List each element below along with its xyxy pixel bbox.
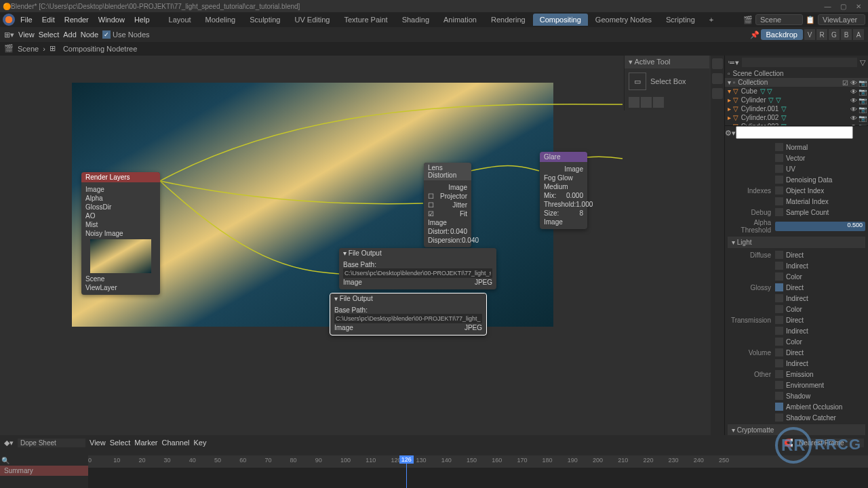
chk-glo-col[interactable]: [775, 305, 783, 313]
item-cyl2[interactable]: ▸ ▽Cylinder.002 ▽👁📷: [725, 113, 868, 122]
channel-a[interactable]: A: [853, 29, 864, 40]
section-light[interactable]: ▾ Light: [728, 237, 865, 248]
chk-sample[interactable]: [775, 208, 783, 216]
channel-g[interactable]: G: [829, 29, 840, 40]
dope-mode[interactable]: [18, 439, 85, 447]
dope-channel[interactable]: Channel: [161, 439, 189, 447]
menu-window[interactable]: Window: [94, 14, 129, 25]
filter-icon[interactable]: ▽: [860, 58, 865, 67]
item-cyl[interactable]: ▸ ▽Cylinder ▽ ▽👁📷: [725, 96, 868, 104]
select-box-icon[interactable]: ▭: [629, 73, 646, 90]
breadcrumb-nodetree[interactable]: Compositing Nodetree: [63, 45, 137, 53]
chk-denoise[interactable]: [775, 176, 783, 184]
tab-scripting[interactable]: Scripting: [659, 14, 702, 26]
chk-objidx[interactable]: [775, 186, 783, 195]
menu-edit[interactable]: Edit: [38, 14, 59, 25]
chk-dif-dir[interactable]: [775, 251, 783, 259]
chk-matidx[interactable]: [775, 197, 783, 205]
alpha-threshold-slider[interactable]: 0.500: [775, 222, 865, 231]
channel-b[interactable]: B: [841, 29, 852, 40]
chk-vector[interactable]: [775, 154, 783, 162]
tab-modeling[interactable]: Modeling: [199, 14, 243, 26]
tab-geonodes[interactable]: Geometry Nodes: [589, 14, 658, 26]
dope-type-icon[interactable]: ◆▾: [4, 439, 14, 447]
chk-dif-ind[interactable]: [775, 262, 783, 270]
tab-compositing[interactable]: Compositing: [533, 14, 588, 26]
chk-normal[interactable]: [775, 143, 783, 151]
chk-glo-ind[interactable]: [775, 294, 783, 302]
n-panel-tabs[interactable]: [711, 56, 724, 435]
item-cube[interactable]: ▾ ▽Cube ▽ ▽👁📷: [725, 87, 868, 96]
node-glare[interactable]: Glare Image Fog Glow Medium Mix:0.000 Th…: [540, 152, 587, 229]
chk-env[interactable]: [775, 381, 783, 389]
backdrop-toggle[interactable]: Backdrop: [761, 29, 803, 40]
tab-view-icon[interactable]: [712, 73, 723, 84]
frame-ruler[interactable]: 0102030405060708090100110120130140150160…: [88, 455, 868, 468]
close-button[interactable]: ✕: [852, 3, 865, 10]
outliner-type-icon[interactable]: ≔▾: [728, 58, 739, 67]
dope-select[interactable]: Select: [110, 439, 131, 447]
comp-menu-view[interactable]: View: [18, 30, 35, 39]
tab-animation[interactable]: Animation: [437, 14, 484, 26]
comp-menu-node[interactable]: Node: [81, 30, 98, 39]
channel-v[interactable]: V: [804, 29, 815, 40]
tab-add[interactable]: +: [703, 14, 720, 26]
tab-shading[interactable]: Shading: [395, 14, 436, 26]
menu-file[interactable]: File: [16, 14, 37, 25]
outliner-search[interactable]: [742, 58, 857, 67]
channel-search[interactable]: [0, 455, 88, 466]
pin-icon[interactable]: 📌: [750, 30, 760, 39]
minimize-button[interactable]: —: [821, 3, 834, 10]
chk-glo-dir[interactable]: [775, 283, 783, 291]
tab-uv[interactable]: UV Editing: [288, 14, 336, 26]
chk-shadowcatch[interactable]: [775, 413, 783, 422]
dope-key[interactable]: Key: [193, 439, 206, 447]
dope-marker[interactable]: Marker: [134, 439, 157, 447]
file-path-input[interactable]: [334, 314, 482, 323]
props-type-icon[interactable]: ⚙▾: [725, 129, 736, 137]
item-cyl1[interactable]: ▸ ▽Cylinder.001 ▽👁📷: [725, 104, 868, 113]
tab-options-icon[interactable]: [712, 88, 723, 99]
props-search[interactable]: [736, 126, 853, 139]
tab-layout[interactable]: Layout: [162, 14, 198, 26]
menu-render[interactable]: Render: [60, 14, 93, 25]
menu-help[interactable]: Help: [130, 14, 154, 25]
tab-sculpting[interactable]: Sculpting: [243, 14, 287, 26]
node-file-output-1[interactable]: ▾ File Output Base Path: ImageJPEG: [339, 248, 496, 289]
outliner[interactable]: ≔▾ ▽ ▫Scene Collection ▾ ▫Collection☑👁📷 …: [725, 56, 868, 126]
comp-menu-add[interactable]: Add: [63, 30, 77, 39]
summary-row[interactable]: Summary: [0, 466, 88, 476]
node-header[interactable]: Glare: [540, 152, 587, 162]
chk-dif-col[interactable]: [775, 272, 783, 281]
chk-vol-dir[interactable]: [775, 348, 783, 357]
use-nodes-checkbox[interactable]: ✓Use Nodes: [102, 30, 149, 39]
chk-ao[interactable]: [775, 403, 783, 411]
chk-emission[interactable]: [775, 370, 783, 378]
playhead[interactable]: 126: [406, 455, 407, 488]
tab-rendering[interactable]: Rendering: [484, 14, 532, 26]
chk-vol-ind[interactable]: [775, 359, 783, 367]
breadcrumb-scene[interactable]: Scene: [18, 45, 39, 53]
tab-tool-icon[interactable]: [712, 58, 723, 69]
snap-mode-icons[interactable]: [625, 94, 709, 110]
tab-texture[interactable]: Texture Paint: [337, 14, 394, 26]
properties-panel[interactable]: ⚙▾ Normal Vector UV Denoising Data Index…: [725, 126, 868, 435]
comp-menu-select[interactable]: Select: [39, 30, 60, 39]
scene-collection-row[interactable]: ▫Scene Collection: [725, 69, 868, 78]
node-header[interactable]: Render Layers: [81, 172, 160, 182]
timeline[interactable]: Summary 01020304050607080901001101201301…: [0, 455, 868, 488]
scene-selector[interactable]: Scene: [755, 14, 803, 25]
chk-uv[interactable]: [775, 165, 783, 173]
node-render-layers[interactable]: Render Layers Image Alpha GlossDir AO Mi…: [81, 172, 160, 295]
channel-r[interactable]: R: [816, 29, 827, 40]
chk-tr-col[interactable]: [775, 338, 783, 346]
chk-tr-ind[interactable]: [775, 327, 783, 335]
node-editor[interactable]: Render Layers Image Alpha GlossDir AO Mi…: [0, 56, 724, 435]
editor-type-icon[interactable]: ⊞▾: [4, 30, 14, 39]
chk-tr-dir[interactable]: [775, 316, 783, 324]
collection-row[interactable]: ▾ ▫Collection☑👁📷: [725, 78, 868, 87]
node-file-output-2[interactable]: ▾ File Output Base Path: ImageJPEG: [330, 293, 487, 336]
node-header[interactable]: Lens Distortion: [424, 163, 471, 180]
dope-view[interactable]: View: [90, 439, 106, 447]
maximize-button[interactable]: ▢: [836, 3, 850, 10]
